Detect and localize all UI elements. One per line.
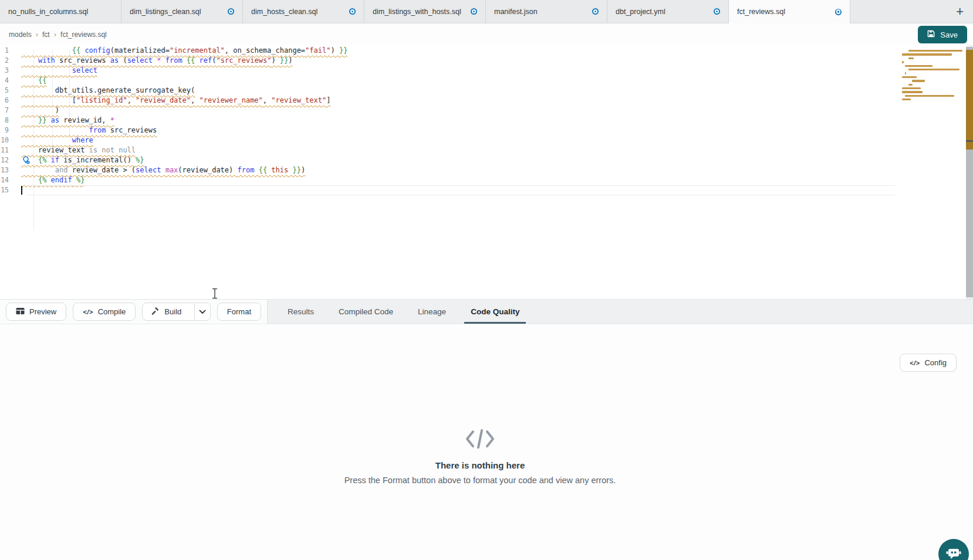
modified-dot-icon[interactable] <box>714 8 720 15</box>
empty-state-subtitle: Press the Format button above to format … <box>0 476 960 485</box>
chevron-right-icon: › <box>54 30 56 39</box>
modified-dot-icon[interactable] <box>228 8 234 15</box>
editor-tab-bar-tabs: no_nulls_in_columns.sqldim_listings_clea… <box>0 0 850 23</box>
code-text: {% if is_incremental() %} <box>21 156 144 164</box>
code-slash-icon <box>465 429 495 451</box>
code-line-8[interactable]: 8 }} as review_id, * <box>0 116 897 125</box>
code-line-10[interactable]: 10 where <box>0 135 897 145</box>
scrollbar-warning-band <box>966 50 973 150</box>
tab-dim_hosts_clean.sql[interactable]: dim_hosts_clean.sql <box>243 0 364 23</box>
breadcrumb-item-fct[interactable]: fct <box>42 30 50 39</box>
minimap-line <box>908 50 962 52</box>
code-text: select <box>21 66 97 74</box>
breadcrumb-item-models[interactable]: models <box>9 30 32 39</box>
tab-fct_reviews.sql[interactable]: fct_reviews.sql <box>729 0 850 23</box>
editor-minimap[interactable] <box>898 50 964 106</box>
line-number: 4 <box>0 76 21 86</box>
line-number: 9 <box>0 125 21 135</box>
code-line-15[interactable]: 15 <box>0 185 897 195</box>
preview-button[interactable]: Preview <box>6 303 66 321</box>
line-number: 6 <box>0 96 21 106</box>
panel-tab-code-quality[interactable]: Code Quality <box>458 300 532 324</box>
result-panel: </> Config There is nothing here Press t… <box>0 325 973 560</box>
minimap-line <box>902 53 952 55</box>
minimap-line <box>905 72 906 74</box>
code-line-1[interactable]: 1 {{ config(materialized="incremental", … <box>0 46 897 56</box>
build-dropdown-chevron-icon[interactable] <box>194 303 210 320</box>
code-line-2[interactable]: 2 with src_reviews as (select * from {{ … <box>0 56 897 66</box>
code-line-7[interactable]: 7 ) <box>0 106 897 116</box>
code-line-3[interactable]: 3 select <box>0 66 897 76</box>
code-text: dbt_utils.generate_surrogate_key( <box>21 86 195 94</box>
build-button-label: Build <box>164 307 181 316</box>
minimap-line <box>905 95 954 97</box>
code-text: and review_date > (select max(review_dat… <box>21 166 305 174</box>
editor-scrollbar[interactable] <box>966 45 973 299</box>
minimap-line <box>902 76 917 78</box>
tab-dbt_project.yml[interactable]: dbt_project.yml <box>607 0 729 23</box>
hammer-icon <box>151 307 160 317</box>
code-line-14[interactable]: 14 {% endif %} <box>0 175 897 185</box>
editor-tab-bar: no_nulls_in_columns.sqldim_listings_clea… <box>0 0 973 23</box>
breadcrumb-item-fct_reviews.sql[interactable]: fct_reviews.sql <box>60 30 107 39</box>
config-button[interactable]: </> Config <box>900 354 957 372</box>
code-area[interactable]: 1 {{ config(materialized="incremental", … <box>0 46 897 195</box>
modified-dot-icon[interactable] <box>349 8 356 15</box>
tab-label: dim_listings_clean.sql <box>130 8 201 16</box>
code-line-4[interactable]: 4 {{ <box>0 76 897 86</box>
save-button[interactable]: Save <box>918 26 967 43</box>
current-line-highlight <box>26 185 895 195</box>
code-action-lightbulb-icon[interactable] <box>22 156 30 164</box>
compile-button[interactable]: </>Compile <box>73 303 136 321</box>
compile-button-label: Compile <box>98 307 126 316</box>
line-number: 12 <box>0 155 21 165</box>
code-line-9[interactable]: 9 from src_reviews <box>0 125 897 135</box>
breadcrumb: models›fct›fct_reviews.sql <box>9 30 107 39</box>
modified-dot-icon[interactable] <box>592 8 599 15</box>
minimap-line <box>908 84 913 86</box>
line-number: 3 <box>0 66 21 76</box>
panel-tab-lineage[interactable]: Lineage <box>406 300 458 324</box>
file-header-bar: models›fct›fct_reviews.sql Save <box>0 23 973 45</box>
tab-no_nulls_in_columns.sql[interactable]: no_nulls_in_columns.sql <box>0 0 121 23</box>
bottom-toolbar: Preview</>CompileBuildFormat ResultsComp… <box>0 299 973 324</box>
toolbar-buttons: Preview</>CompileBuildFormat <box>0 300 267 324</box>
preview-button-label: Preview <box>29 307 56 316</box>
code-editor[interactable]: 1 {{ config(materialized="incremental", … <box>0 45 973 299</box>
code-text: {% endif %} <box>21 176 85 184</box>
tab-manifest.json[interactable]: manifest.json <box>486 0 607 23</box>
panel-tab-compiled-code[interactable]: Compiled Code <box>326 300 406 324</box>
line-number: 7 <box>0 106 21 116</box>
code-text: from src_reviews <box>21 126 157 134</box>
minimap-line <box>908 57 914 59</box>
mouse-ibeam-cursor <box>211 288 218 299</box>
build-button[interactable]: Build <box>142 303 210 321</box>
build-button-main[interactable]: Build <box>143 303 190 320</box>
tab-dim_listings_with_hosts.sql[interactable]: dim_listings_with_hosts.sql <box>364 0 486 23</box>
minimap-line <box>912 80 925 82</box>
modified-dot-icon[interactable] <box>471 8 477 15</box>
config-button-label: Config <box>924 358 947 367</box>
new-tab-button[interactable]: + <box>956 6 964 18</box>
code-line-6[interactable]: 6 ["listing_id", "review_date", "reviewe… <box>0 96 897 106</box>
panel-tab-results[interactable]: Results <box>275 300 326 324</box>
code-text: ["listing_id", "review_date", "reviewer_… <box>21 96 330 104</box>
tab-label: dim_hosts_clean.sql <box>251 8 317 16</box>
empty-state-title: There is nothing here <box>0 460 960 470</box>
tab-dim_listings_clean.sql[interactable]: dim_listings_clean.sql <box>121 0 243 23</box>
code-line-12[interactable]: 12 {% if is_incremental() %} <box>0 155 897 165</box>
minimap-line <box>902 99 911 100</box>
code-text: {{ <box>21 76 46 84</box>
minimap-line <box>908 69 960 70</box>
chevron-right-icon: › <box>36 30 38 39</box>
code-icon: </> <box>83 307 93 316</box>
modified-dot-icon[interactable] <box>835 9 842 15</box>
code-line-5[interactable]: 5 dbt_utils.generate_surrogate_key( <box>0 86 897 96</box>
code-line-11[interactable]: 11 review_text is not null <box>0 145 897 155</box>
format-button[interactable]: Format <box>217 303 261 321</box>
minimap-line <box>905 65 933 67</box>
format-button-label: Format <box>227 307 251 316</box>
code-line-13[interactable]: 13 and review_date > (select max(review_… <box>0 165 897 175</box>
tab-label: dim_listings_with_hosts.sql <box>373 8 461 16</box>
scrollbar-position-marker <box>966 140 973 142</box>
